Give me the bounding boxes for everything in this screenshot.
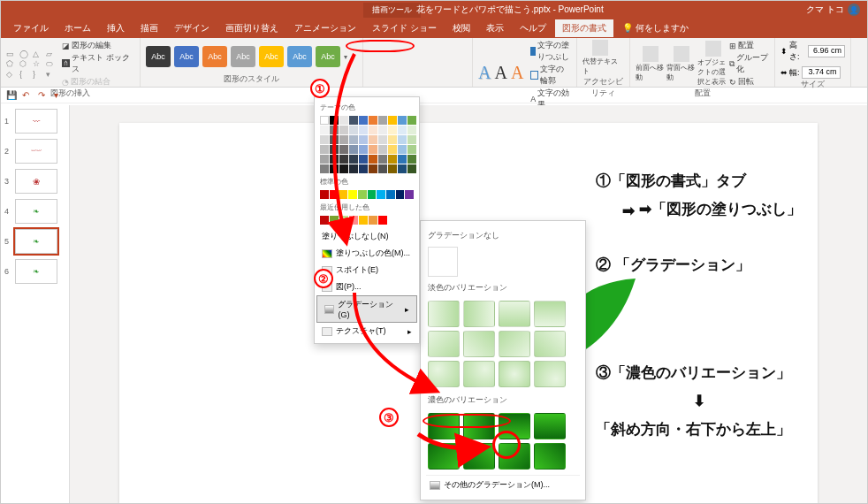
annotation-number-2: ② <box>314 269 333 288</box>
annotation-number-1: ① <box>310 79 330 98</box>
annotation-text: ①「図形の書式」タブ ➡ ➡「図形の塗りつぶし」 ② 「グラデーション」 ③「濃… <box>596 167 802 445</box>
annot-line: ② 「グラデーション」 <box>596 251 802 279</box>
annot-line: ①「図形の書式」タブ <box>596 167 802 195</box>
annot-line: ③「濃色のバリエーション」 <box>596 359 802 387</box>
annot-arrow-down: ⬇ <box>596 387 802 416</box>
annot-line: ➡「図形の塗りつぶし」 <box>639 201 802 218</box>
annotation-number-3: ③ <box>379 408 399 427</box>
annot-line: 「斜め方向・右下から左上」 <box>596 416 802 444</box>
